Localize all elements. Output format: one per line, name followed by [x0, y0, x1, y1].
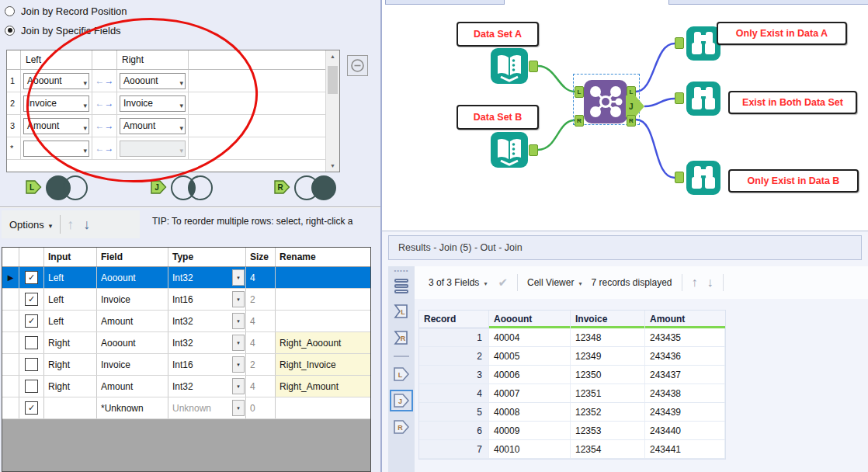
left-field-dropdown[interactable]: ▾: [23, 141, 89, 157]
results-table-row[interactable]: 74001012354243441: [419, 440, 725, 459]
options-button[interactable]: Options: [9, 219, 44, 231]
row-selector-cell[interactable]: [2, 397, 19, 418]
row-selector-cell[interactable]: [2, 289, 19, 310]
comment-only-exist-in-data-a[interactable]: Only Exist in Data A: [717, 22, 847, 45]
chevron-down-icon[interactable]: ▾: [232, 291, 245, 307]
wire-join-l-to-browse-a[interactable]: [636, 43, 675, 92]
swap-fields-control[interactable]: ←→: [92, 70, 117, 92]
apply-check-icon[interactable]: ✔: [498, 276, 508, 290]
rename-cell[interactable]: [276, 267, 370, 288]
chevron-down-icon[interactable]: ▾: [232, 335, 245, 351]
comment-only-exist-in-data-b[interactable]: Only Exist in Data B: [728, 169, 859, 193]
field-checkbox[interactable]: ✓: [25, 401, 38, 415]
output-anchor-l-icon[interactable]: L: [392, 366, 411, 383]
type-dropdown-cell[interactable]: Int16▾: [168, 289, 246, 310]
output-anchor-input-a[interactable]: [529, 61, 538, 72]
join-input-anchor-r[interactable]: R: [575, 115, 584, 127]
amount-column-header[interactable]: Amount: [645, 311, 725, 328]
scroll-up-button[interactable]: ↑: [692, 276, 698, 290]
results-title-bar[interactable]: Results - Join (5) - Out - Join: [388, 235, 862, 260]
chevron-down-icon[interactable]: ▾: [484, 280, 487, 287]
row-selector-cell[interactable]: [2, 332, 19, 353]
rename-cell[interactable]: Right_Aooount: [276, 332, 370, 353]
comment-data-set-a[interactable]: Data Set A: [457, 22, 539, 47]
left-field-dropdown[interactable]: Aooount▾: [23, 73, 89, 89]
aooount-column-header[interactable]: Aooount: [489, 311, 571, 328]
results-table-row[interactable]: 44000712351243438: [419, 384, 725, 403]
join-output-anchor-r[interactable]: R: [627, 115, 636, 127]
radio-icon[interactable]: [5, 6, 15, 16]
comment-data-set-b[interactable]: Data Set B: [457, 105, 539, 130]
radio-selected-icon[interactable]: [5, 26, 15, 36]
field-checkbox[interactable]: ✓: [25, 314, 38, 328]
remove-join-field-button[interactable]: [347, 55, 368, 76]
invoice-column-header[interactable]: Invoice: [571, 311, 645, 328]
chevron-down-icon[interactable]: ▾: [232, 400, 245, 416]
type-dropdown-cell[interactable]: Int32▾: [168, 376, 246, 397]
input-connection-r-icon[interactable]: R: [393, 329, 410, 346]
rename-cell[interactable]: Right_Invoice: [276, 354, 370, 375]
type-dropdown-cell[interactable]: Int32▾: [168, 332, 246, 353]
results-table-row[interactable]: 34000612350243437: [419, 366, 725, 384]
left-field-dropdown[interactable]: Amount▾: [23, 118, 89, 134]
output-anchor-input-b[interactable]: [529, 144, 538, 156]
results-table-row[interactable]: 54000812352243439: [419, 403, 725, 422]
grid-scrollbar[interactable]: ▲ ▼: [325, 50, 339, 172]
scrollbar-thumb[interactable]: [328, 66, 338, 94]
type-dropdown-cell[interactable]: Int32▾: [168, 311, 246, 331]
checkbox-cell[interactable]: [19, 376, 44, 397]
right-field-dropdown[interactable]: Amount▾: [120, 118, 186, 134]
swap-fields-control[interactable]: ←→: [92, 115, 117, 137]
move-row-up-button[interactable]: ↑: [67, 217, 74, 231]
output-anchor-j-selected[interactable]: J: [390, 390, 413, 411]
rename-cell[interactable]: [276, 289, 370, 310]
workflow-canvas[interactable]: Data Set A Data Set B L R L J R: [380, 0, 868, 231]
swap-fields-control[interactable]: ←→: [92, 92, 117, 114]
checkbox-cell[interactable]: ✓: [19, 311, 44, 331]
right-field-dropdown[interactable]: ▾: [120, 141, 186, 157]
row-selector-cell[interactable]: [2, 354, 19, 375]
wire-input-b-to-join[interactable]: [538, 120, 575, 150]
drag-grip-icon[interactable]: •••••: [394, 268, 408, 274]
field-table-row[interactable]: RightInvoiceInt16▾2Right_Invoice: [2, 354, 370, 376]
input-data-tool-a[interactable]: [491, 48, 528, 84]
wire-join-r-to-browse-b[interactable]: [636, 120, 675, 178]
type-dropdown-cell[interactable]: Int16▾: [168, 354, 246, 375]
field-table-row[interactable]: ✓LeftAmountInt32▾4: [2, 311, 370, 332]
field-table-row[interactable]: RightAooountInt32▾4Right_Aooount: [2, 332, 370, 354]
chevron-down-icon[interactable]: ▾: [578, 280, 582, 287]
row-selector-cell[interactable]: ▶: [2, 267, 19, 288]
scroll-up-icon[interactable]: ▲: [326, 50, 339, 62]
cell-viewer-dropdown[interactable]: Cell Viewer: [527, 277, 574, 288]
field-table-row[interactable]: RightAmountInt32▾4Right_Amount: [2, 376, 370, 397]
chevron-down-icon[interactable]: ▾: [49, 222, 53, 230]
rename-cell[interactable]: [276, 397, 370, 418]
browse-tool-only-b[interactable]: [686, 161, 720, 195]
type-dropdown-cell[interactable]: Unknown▾: [168, 397, 246, 418]
input-anchor-browse-both[interactable]: [675, 92, 684, 104]
move-row-down-button[interactable]: ↓: [83, 217, 90, 231]
scroll-down-icon[interactable]: ▼: [326, 160, 339, 172]
input-connection-l-icon[interactable]: L: [393, 303, 410, 320]
row-selector-cell[interactable]: [2, 376, 19, 397]
right-field-dropdown[interactable]: Invoice▾: [120, 95, 186, 112]
chevron-down-icon[interactable]: ▾: [232, 269, 245, 286]
field-checkbox[interactable]: [25, 358, 38, 371]
field-checkbox[interactable]: [25, 380, 38, 393]
field-checkbox[interactable]: ✓: [25, 293, 38, 306]
fields-dropdown[interactable]: 3 of 3 Fields: [429, 277, 479, 288]
record-column-header[interactable]: Record: [419, 311, 489, 328]
field-table-row[interactable]: ✓*UnknownUnknown▾0: [2, 397, 370, 419]
field-table-row[interactable]: ✓LeftInvoiceInt16▾2: [2, 289, 370, 311]
connection-list-icon[interactable]: [394, 279, 408, 293]
results-table-row[interactable]: 24000512349243436: [419, 347, 725, 366]
browse-tool-both[interactable]: [686, 82, 720, 116]
type-dropdown-cell[interactable]: Int32▾: [168, 267, 246, 288]
rename-cell[interactable]: Right_Amount: [276, 376, 370, 397]
field-checkbox[interactable]: ✓: [25, 271, 38, 284]
checkbox-cell[interactable]: [19, 354, 44, 375]
radio-join-by-record-position[interactable]: Join by Record Position: [5, 5, 127, 17]
field-table-row[interactable]: ▶✓LeftAooountInt32▾4: [2, 267, 370, 289]
browse-tool-only-a[interactable]: [686, 26, 720, 61]
input-anchor-browse-b[interactable]: [675, 172, 684, 183]
